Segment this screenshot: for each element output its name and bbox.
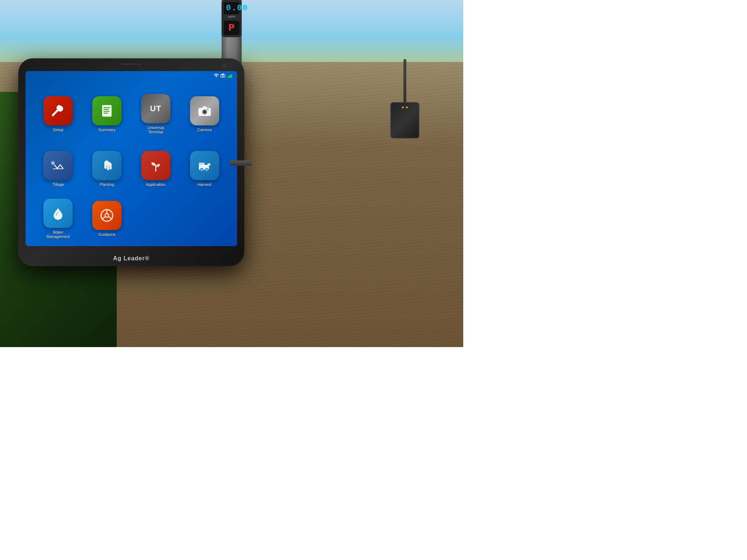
ut-icon: UT xyxy=(141,94,170,123)
speed-unit: MPH xyxy=(224,15,240,19)
planting-icon xyxy=(92,151,121,180)
app-harvest[interactable]: Harvest xyxy=(183,144,226,193)
speaker-dot xyxy=(137,63,139,65)
setup-icon xyxy=(43,96,73,125)
app-planting[interactable]: Planting xyxy=(85,144,129,193)
water-svg xyxy=(50,205,66,221)
application-svg xyxy=(148,158,164,174)
tablet-screen: Setup Summary UT xyxy=(26,71,237,246)
status-bar xyxy=(214,73,233,78)
svg-rect-9 xyxy=(104,107,110,108)
svg-rect-18 xyxy=(207,109,209,110)
camera-svg xyxy=(197,103,213,119)
application-label: Application xyxy=(146,182,166,187)
summary-icon xyxy=(92,96,121,125)
app-tillage[interactable]: Tillage xyxy=(36,144,80,193)
harvest-svg xyxy=(197,158,213,174)
wrench-svg xyxy=(50,103,66,119)
front-camera xyxy=(223,64,226,67)
app-setup[interactable]: Setup xyxy=(36,89,80,139)
speaker-dot xyxy=(135,63,136,65)
tillage-label: Tillage xyxy=(52,182,64,187)
speaker-dot xyxy=(132,63,133,65)
svg-line-31 xyxy=(103,217,105,218)
svg-point-26 xyxy=(206,169,208,171)
app-grid: Setup Summary UT xyxy=(26,82,237,246)
planting-svg xyxy=(99,158,115,174)
harvest-icon xyxy=(190,151,219,180)
ut-label: Universal Terminal xyxy=(147,125,164,134)
app-summary[interactable]: Summary xyxy=(85,89,129,139)
speaker-dot xyxy=(127,63,128,65)
svg-rect-17 xyxy=(202,106,207,108)
summary-label: Summary xyxy=(98,128,116,132)
guidance-svg xyxy=(99,207,115,223)
svg-line-32 xyxy=(109,217,111,218)
svg-rect-5 xyxy=(230,75,231,78)
svg-rect-12 xyxy=(104,113,108,114)
signal-icon xyxy=(227,73,233,78)
guidance-label: Guidance xyxy=(98,232,116,237)
application-icon xyxy=(141,151,170,180)
tillage-icon xyxy=(43,151,73,180)
tablet: Setup Summary UT xyxy=(18,58,244,266)
svg-rect-4 xyxy=(229,76,230,78)
water-icon xyxy=(43,199,73,228)
speaker-dot xyxy=(122,63,123,65)
app-universal-terminal[interactable]: UT Universal Terminal xyxy=(134,89,178,139)
app-application[interactable]: Application xyxy=(134,144,178,193)
brand-label: Ag Leader® xyxy=(113,255,150,262)
svg-point-1 xyxy=(222,75,224,77)
svg-point-16 xyxy=(204,111,205,113)
gear-value: P xyxy=(224,21,240,35)
svg-rect-6 xyxy=(231,74,232,78)
guidance-icon xyxy=(92,201,121,230)
app-guidance[interactable]: Guidance xyxy=(85,199,129,239)
camera-icon xyxy=(190,96,219,125)
harvest-label: Harvest xyxy=(198,182,212,187)
wireless-device xyxy=(390,102,419,139)
speaker-dot xyxy=(140,63,141,65)
svg-point-24 xyxy=(201,169,202,171)
speed-display: 0.00 MPH P xyxy=(222,0,242,37)
app-water-management[interactable]: Water Management xyxy=(36,199,80,239)
water-label: Water Management xyxy=(46,230,70,239)
setup-label: Setup xyxy=(53,128,63,132)
camera-status-icon xyxy=(220,73,225,78)
app-camera[interactable]: Camera xyxy=(183,89,226,139)
planting-label: Planting xyxy=(100,182,114,187)
wifi-icon xyxy=(214,73,219,78)
tillage-svg xyxy=(50,158,66,174)
svg-rect-3 xyxy=(227,77,228,78)
svg-rect-10 xyxy=(104,109,109,110)
summary-svg xyxy=(99,103,115,119)
speaker-dot xyxy=(129,63,131,65)
speaker-grille xyxy=(122,63,141,65)
speaker-dot xyxy=(124,63,126,65)
svg-rect-2 xyxy=(222,74,224,75)
camera-label: Camera xyxy=(197,128,212,132)
svg-rect-22 xyxy=(199,163,205,166)
speed-value: 0.00 xyxy=(224,2,240,14)
svg-point-20 xyxy=(155,170,156,171)
svg-rect-11 xyxy=(104,111,109,112)
tablet-mount xyxy=(230,160,252,166)
svg-rect-27 xyxy=(208,163,210,166)
